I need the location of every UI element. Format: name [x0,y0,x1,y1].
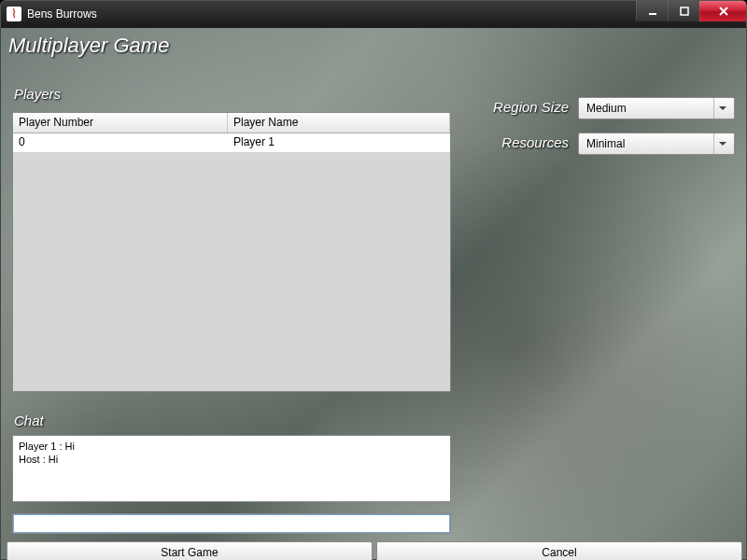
region-size-select[interactable]: Medium [578,97,735,119]
chat-message: Host : Hi [19,453,444,466]
region-size-label: Region Size [479,99,569,115]
maximize-button[interactable] [668,1,699,21]
start-game-button[interactable]: Start Game [7,541,373,560]
players-table-header: Player Number Player Name [13,113,450,133]
cell-player-number: 0 [13,133,228,152]
cancel-button[interactable]: Cancel [376,541,742,560]
chevron-down-icon [713,133,730,154]
col-header-number[interactable]: Player Number [13,113,228,133]
resources-value: Minimal [586,137,625,150]
close-button[interactable] [699,1,746,21]
chat-group-label: Chat [14,413,44,428]
java-icon [7,7,21,21]
players-table: Player Number Player Name 0 Player 1 [12,112,451,392]
table-row[interactable]: 0 Player 1 [13,133,450,152]
resources-select[interactable]: Minimal [578,133,735,155]
players-group-label: Players [14,86,61,102]
page-title: Multiplayer Game [1,28,746,60]
resources-label: Resources [479,134,569,150]
chevron-down-icon [713,98,730,119]
chat-input[interactable] [12,513,451,534]
region-size-value: Medium [586,102,627,115]
window-title: Bens Burrows [27,7,97,21]
window-titlebar: Bens Burrows [0,0,747,28]
chat-message: Player 1 : Hi [19,440,444,453]
svg-rect-1 [681,7,688,15]
minimize-button[interactable] [636,1,668,21]
chat-log: Player 1 : Hi Host : Hi [12,435,451,502]
client-area: Multiplayer Game Players Player Number P… [0,28,747,560]
cell-player-name: Player 1 [228,133,450,152]
col-header-name[interactable]: Player Name [228,113,450,133]
